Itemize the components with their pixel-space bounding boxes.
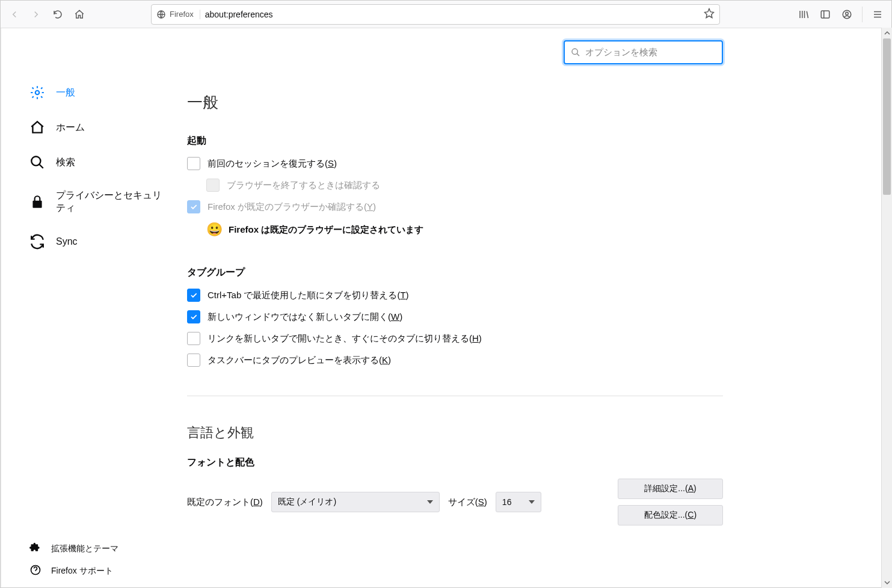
newtab-row[interactable]: 新しいウィンドウではなく新しいタブに開く(W) — [187, 310, 723, 323]
default-browser-status: 😀 Firefox は既定のブラウザーに設定されています — [206, 222, 723, 237]
identity-box[interactable]: Firefox — [156, 10, 200, 19]
svg-point-5 — [31, 156, 40, 165]
warn-quit-checkbox — [206, 179, 220, 192]
colors-button[interactable]: 配色設定...(C) — [618, 505, 723, 525]
url-bar[interactable]: Firefox about:preferences — [151, 4, 720, 25]
sidebar-item-sync[interactable]: Sync — [25, 231, 169, 252]
preview-label: タスクバーにタブのプレビューを表示する(K) — [208, 355, 391, 366]
ctrltab-checkbox[interactable] — [187, 289, 200, 302]
preferences-main: オプションを検索 一般 起動 前回のセッションを復元する(S) ブラウザーを終了… — [169, 28, 891, 587]
default-font-label: 既定のフォント(D) — [187, 497, 263, 508]
puzzle-icon — [29, 542, 42, 556]
sidebar-item-general[interactable]: 一般 — [25, 82, 169, 103]
preview-checkbox[interactable] — [187, 354, 200, 367]
switch-row[interactable]: リンクを新しいタブで開いたとき、すぐにそのタブに切り替える(H) — [187, 332, 723, 345]
left-edge-shadow — [1, 28, 2, 587]
default-status-text: Firefox は既定のブラウザーに設定されています — [229, 224, 423, 236]
sidebar-item-privacy[interactable]: プライバシーとセキュリティ — [25, 187, 169, 217]
font-row: 既定のフォント(D) 既定 (メイリオ) サイズ(S) 16 詳細設定...(A… — [187, 479, 723, 525]
lock-icon — [29, 194, 45, 210]
vertical-scrollbar[interactable] — [881, 28, 892, 588]
reload-button[interactable] — [48, 4, 68, 25]
scroll-down-arrow-icon[interactable] — [882, 577, 892, 588]
identity-label: Firefox — [170, 10, 194, 19]
svg-point-3 — [846, 12, 849, 15]
heading-language: 言語と外観 — [187, 424, 723, 442]
home-button[interactable] — [69, 4, 90, 25]
scrollbar-thumb[interactable] — [883, 38, 891, 195]
preferences-sidebar: 一般 ホーム 検索 プ — [1, 28, 169, 587]
section-divider — [187, 396, 723, 396]
check-default-label: Firefox が既定のブラウザーか確認する(Y) — [208, 201, 376, 213]
support-label: Firefox サポート — [51, 566, 113, 577]
ctrltab-label: Ctrl+Tab で最近使用した順にタブを切り替える(T) — [208, 290, 409, 301]
advanced-fonts-button[interactable]: 詳細設定...(A) — [618, 479, 723, 499]
section-fonts-title: フォントと配色 — [187, 456, 723, 469]
scroll-up-arrow-icon[interactable] — [882, 28, 892, 38]
sidebar-item-label: Sync — [56, 236, 78, 247]
sidebar-item-label: 検索 — [56, 156, 75, 169]
svg-rect-1 — [821, 11, 829, 18]
default-font-value: 既定 (メイリオ) — [278, 497, 336, 507]
browser-toolbar: Firefox about:preferences — [1, 1, 891, 28]
back-button[interactable] — [4, 4, 25, 25]
restore-session-row[interactable]: 前回のセッションを復元する(S) — [187, 157, 723, 170]
heading-general: 一般 — [187, 92, 723, 113]
section-startup-title: 起動 — [187, 135, 723, 147]
sidebar-item-label: プライバシーとセキュリティ — [56, 189, 164, 215]
sidebar-item-search[interactable]: 検索 — [25, 152, 169, 173]
preferences-search-input[interactable]: オプションを検索 — [564, 40, 723, 64]
warn-quit-row: ブラウザーを終了するときは確認する — [206, 179, 723, 192]
question-icon — [29, 564, 42, 578]
check-default-checkbox[interactable] — [187, 200, 200, 213]
svg-point-4 — [35, 91, 40, 95]
toolbar-separator — [862, 7, 863, 22]
preview-row[interactable]: タスクバーにタブのプレビューを表示する(K) — [187, 354, 723, 367]
search-icon — [29, 155, 45, 170]
svg-point-7 — [572, 49, 577, 54]
switch-checkbox[interactable] — [187, 332, 200, 345]
warn-quit-label: ブラウザーを終了するときは確認する — [227, 180, 380, 191]
font-size-label: サイズ(S) — [448, 497, 487, 508]
sidebar-button[interactable] — [815, 4, 835, 25]
home-icon — [29, 120, 45, 135]
gear-icon — [29, 85, 45, 100]
extensions-label: 拡張機能とテーマ — [51, 544, 118, 554]
search-placeholder: オプションを検索 — [585, 47, 657, 58]
section-tabs-title: タブグループ — [187, 266, 723, 279]
extensions-link[interactable]: 拡張機能とテーマ — [29, 542, 169, 556]
switch-label: リンクを新しいタブで開いたとき、すぐにそのタブに切り替える(H) — [208, 333, 482, 345]
forward-button[interactable] — [26, 4, 46, 25]
url-text: about:preferences — [205, 10, 699, 19]
library-button[interactable] — [793, 4, 814, 25]
font-size-value: 16 — [502, 497, 512, 507]
bookmark-star-icon[interactable] — [704, 8, 715, 20]
restore-session-checkbox[interactable] — [187, 157, 200, 170]
default-font-select[interactable]: 既定 (メイリオ) — [271, 492, 440, 512]
smile-emoji-icon: 😀 — [206, 222, 223, 237]
appmenu-button[interactable] — [867, 4, 888, 25]
newtab-label: 新しいウィンドウではなく新しいタブに開く(W) — [208, 311, 402, 323]
sidebar-item-label: 一般 — [56, 87, 75, 99]
sidebar-item-label: ホーム — [56, 121, 85, 134]
support-link[interactable]: Firefox サポート — [29, 564, 169, 578]
search-icon — [571, 47, 580, 57]
account-button[interactable] — [837, 4, 857, 25]
restore-session-label: 前回のセッションを復元する(S) — [208, 158, 337, 170]
ctrltab-row[interactable]: Ctrl+Tab で最近使用した順にタブを切り替える(T) — [187, 289, 723, 302]
sidebar-item-home[interactable]: ホーム — [25, 117, 169, 138]
font-size-select[interactable]: 16 — [496, 492, 541, 512]
newtab-checkbox[interactable] — [187, 310, 200, 323]
check-default-row[interactable]: Firefox が既定のブラウザーか確認する(Y) — [187, 200, 723, 213]
sync-icon — [29, 234, 45, 250]
